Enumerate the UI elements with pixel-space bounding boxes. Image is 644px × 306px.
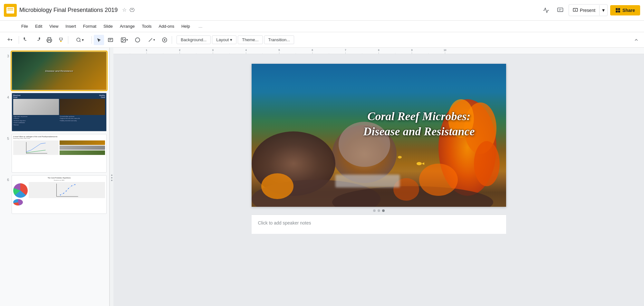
speaker-notes-placeholder[interactable]: Click to add speaker notes xyxy=(258,220,311,225)
slide-4-healthy-label: HealthyCoral xyxy=(60,94,105,98)
speaker-notes-area[interactable]: Click to add speaker notes xyxy=(252,215,506,234)
svg-line-12 xyxy=(80,41,81,42)
svg-point-34 xyxy=(111,177,112,178)
image-button[interactable]: ▾ xyxy=(117,35,131,45)
canvas-area: 1 2 3 4 5 6 7 8 9 10 xyxy=(113,48,644,306)
svg-text:7: 7 xyxy=(345,49,346,52)
line-tool-button[interactable]: ▾ xyxy=(144,35,158,45)
slide-title: Coral Reef Microbes: Disease and Resista… xyxy=(358,109,480,139)
svg-rect-9 xyxy=(48,40,51,42)
activity-button[interactable] xyxy=(540,5,552,16)
menu-arrange[interactable]: Arrange xyxy=(117,23,138,30)
present-dropdown-arrow[interactable]: ▾ xyxy=(600,5,607,16)
slide-4-content: BleachedCoral • High water temperature• … xyxy=(12,93,106,131)
slide-6-content: The Coral Probiotics Hypothesis Reshef e… xyxy=(12,176,106,214)
menu-slide[interactable]: Slide xyxy=(100,23,116,30)
slide-6-title: The Coral Probiotics Hypothesis xyxy=(13,177,105,179)
app-icon xyxy=(4,4,17,17)
svg-rect-0 xyxy=(557,8,563,12)
slide-5-images xyxy=(60,140,105,155)
slide-num-5: 5 xyxy=(3,134,9,140)
menu-more[interactable]: … xyxy=(195,23,206,30)
slide-thumbnail-5[interactable]: 5 A novel Vibrio sp. pathogen of the cor… xyxy=(0,133,109,174)
theme-button[interactable]: Theme... xyxy=(238,35,263,44)
slide-5-img-3 xyxy=(60,150,105,155)
slide-4-healthy-img xyxy=(60,99,105,115)
horizontal-ruler: 1 2 3 4 5 6 7 8 9 10 xyxy=(113,48,644,54)
svg-point-17 xyxy=(122,39,123,39)
add-slide-button[interactable]: + ▾ xyxy=(3,35,17,45)
panel-resize-handle[interactable] xyxy=(110,48,113,306)
menu-file[interactable]: File xyxy=(18,23,31,30)
slide-thumbnail-3[interactable]: 3 Disease and Resistance xyxy=(0,50,109,91)
slide-canvas[interactable]: Coral Reef Microbes: Disease and Resista… xyxy=(252,64,506,207)
svg-text:8: 8 xyxy=(378,49,379,52)
layout-arrow: ▾ xyxy=(230,37,232,42)
slide-5-chart xyxy=(13,140,59,155)
menu-format[interactable]: Format xyxy=(80,23,100,30)
slide-toolbar-buttons: Background... Layout ▾ Theme... Transiti… xyxy=(177,35,294,44)
print-button[interactable] xyxy=(44,35,54,45)
menu-edit[interactable]: Edit xyxy=(32,23,45,30)
svg-text:3: 3 xyxy=(212,49,214,52)
toolbar: + ▾ xyxy=(0,32,644,48)
slide-4-bg: BleachedCoral • High water temperature• … xyxy=(12,93,106,131)
menu-tools[interactable]: Tools xyxy=(139,23,155,30)
comments-button[interactable] xyxy=(554,5,566,16)
drive-icon[interactable] xyxy=(129,7,135,14)
svg-text:6: 6 xyxy=(312,49,313,52)
shape-button[interactable] xyxy=(132,35,143,45)
insert-comment-button[interactable] xyxy=(159,35,170,45)
slide-dot-1[interactable] xyxy=(373,209,376,212)
canvas-scroll[interactable]: Coral Reef Microbes: Disease and Resista… xyxy=(113,54,644,306)
menu-view[interactable]: View xyxy=(46,23,62,30)
slide-6-pie-chart-2 xyxy=(13,199,23,206)
menu-addons[interactable]: Add-ons xyxy=(156,23,178,30)
present-main-button[interactable]: Present xyxy=(569,5,600,15)
slide-3-thumb-box[interactable]: Disease and Resistance xyxy=(12,52,107,90)
menu-help[interactable]: Help xyxy=(178,23,193,30)
slide-num-4: 4 xyxy=(3,93,9,99)
transition-button[interactable]: Transition... xyxy=(264,35,294,44)
format-paint-button[interactable] xyxy=(56,35,66,45)
undo-button[interactable] xyxy=(21,35,31,45)
background-button[interactable]: Background... xyxy=(177,35,211,44)
layout-button[interactable]: Layout ▾ xyxy=(212,35,236,44)
slide-6-bg: The Coral Probiotics Hypothesis Reshef e… xyxy=(12,176,106,214)
slide-6-chart xyxy=(29,182,105,198)
svg-rect-7 xyxy=(616,10,618,12)
slide-6-thumb-box[interactable]: The Coral Probiotics Hypothesis Reshef e… xyxy=(12,175,107,214)
star-icon[interactable]: ☆ xyxy=(122,7,127,14)
toolbar-divider-4 xyxy=(172,36,172,44)
svg-text:9: 9 xyxy=(411,49,412,52)
text-box-button[interactable] xyxy=(105,35,116,45)
theme-label: Theme... xyxy=(242,37,258,42)
svg-text:5: 5 xyxy=(279,49,280,52)
svg-text:2: 2 xyxy=(179,49,180,52)
toolbar-divider-1 xyxy=(19,36,19,44)
svg-rect-8 xyxy=(618,10,620,12)
slide-5-content: A novel Vibrio sp. pathogen of the coral… xyxy=(12,134,106,172)
slide-5-thumb-box[interactable]: A novel Vibrio sp. pathogen of the coral… xyxy=(12,134,107,173)
collapse-toolbar-button[interactable] xyxy=(631,35,641,45)
slide-dot-2[interactable] xyxy=(378,209,380,212)
share-button[interactable]: Share xyxy=(610,5,640,15)
svg-rect-6 xyxy=(618,8,620,10)
redo-button[interactable] xyxy=(33,35,43,45)
slide-thumbnail-4[interactable]: 4 BleachedCoral • High water temperature… xyxy=(0,91,109,133)
svg-marker-4 xyxy=(575,9,576,11)
slide-4-thumb-box[interactable]: BleachedCoral • High water temperature• … xyxy=(12,93,107,131)
toolbar-divider-3 xyxy=(91,36,92,44)
slide-6-content-row xyxy=(13,182,105,206)
menu-insert[interactable]: Insert xyxy=(62,23,79,30)
document-title[interactable]: Microbiology Final Presentations 2019 xyxy=(19,7,118,14)
main-area: 3 Disease and Resistance 4 BleachedCoral xyxy=(0,48,644,306)
slide-thumbnail-6[interactable]: 6 The Coral Probiotics Hypothesis Reshef… xyxy=(0,174,109,215)
slide-dot-3[interactable] xyxy=(382,209,385,212)
slide-3-bg: Disease and Resistance xyxy=(12,52,106,90)
select-tool-button[interactable] xyxy=(94,35,104,45)
svg-rect-10 xyxy=(60,41,62,42)
slide-blurred-element xyxy=(335,175,400,187)
present-label: Present xyxy=(580,8,595,13)
zoom-button[interactable]: ▾ xyxy=(70,35,90,45)
